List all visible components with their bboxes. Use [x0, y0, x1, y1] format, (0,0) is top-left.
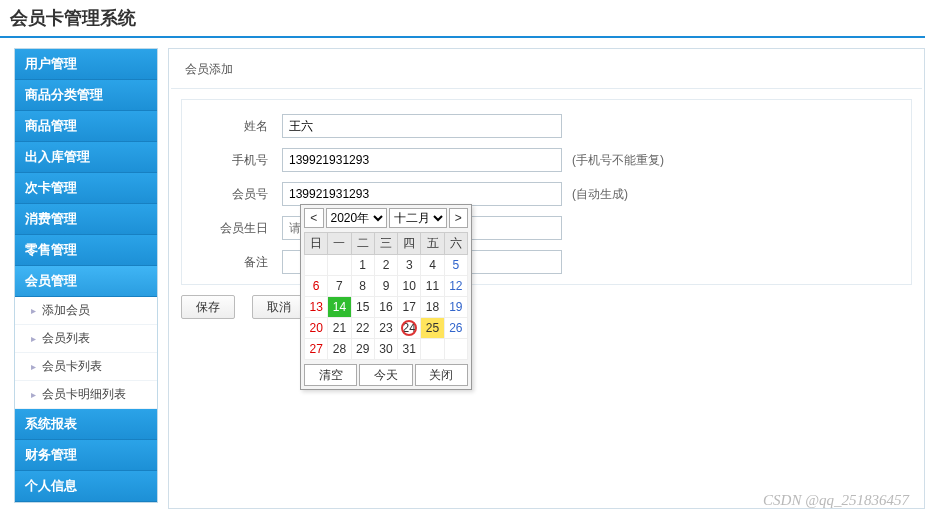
- dp-day-5[interactable]: 5: [444, 255, 467, 276]
- dp-day-empty: [444, 339, 467, 360]
- dp-day-2[interactable]: 2: [374, 255, 397, 276]
- dp-clear-button[interactable]: 清空: [304, 364, 357, 386]
- dp-day-3[interactable]: 3: [398, 255, 421, 276]
- dp-today-button[interactable]: 今天: [359, 364, 412, 386]
- dp-prev-button[interactable]: <: [304, 208, 324, 228]
- sidebar-item-9[interactable]: 财务管理: [15, 440, 157, 471]
- dp-day-empty: [305, 255, 328, 276]
- dp-day-29[interactable]: 29: [351, 339, 374, 360]
- dp-day-27[interactable]: 27: [305, 339, 328, 360]
- dp-dow-5: 五: [421, 233, 444, 255]
- app-title: 会员卡管理系统: [10, 6, 915, 30]
- label-remark: 备注: [192, 254, 282, 271]
- dp-day-7[interactable]: 7: [328, 276, 351, 297]
- panel-title: 会员添加: [171, 51, 922, 89]
- sidebar-subitem-7-2[interactable]: 会员卡列表: [15, 353, 157, 381]
- dp-next-button[interactable]: >: [449, 208, 469, 228]
- dp-dow-6: 六: [444, 233, 467, 255]
- sidebar: 用户管理商品分类管理商品管理出入库管理次卡管理消费管理零售管理会员管理添加会员会…: [14, 48, 158, 509]
- hint-phone: (手机号不能重复): [572, 152, 664, 169]
- dp-day-15[interactable]: 15: [351, 297, 374, 318]
- input-member-no[interactable]: [282, 182, 562, 206]
- dp-day-28[interactable]: 28: [328, 339, 351, 360]
- label-name: 姓名: [192, 118, 282, 135]
- dp-day-12[interactable]: 12: [444, 276, 467, 297]
- dp-day-16[interactable]: 16: [374, 297, 397, 318]
- dp-day-21[interactable]: 21: [328, 318, 351, 339]
- dp-day-22[interactable]: 22: [351, 318, 374, 339]
- dp-day-25[interactable]: 25: [421, 318, 444, 339]
- sidebar-item-4[interactable]: 次卡管理: [15, 173, 157, 204]
- sidebar-item-3[interactable]: 出入库管理: [15, 142, 157, 173]
- dp-day-13[interactable]: 13: [305, 297, 328, 318]
- dp-day-19[interactable]: 19: [444, 297, 467, 318]
- member-form: 姓名 手机号 (手机号不能重复) 会员号 (自动生成) 会员生日 备注: [181, 99, 912, 285]
- label-phone: 手机号: [192, 152, 282, 169]
- dp-month-select[interactable]: 十二月: [389, 208, 447, 228]
- date-picker: < 2020年 十二月 > 日一二三四五六 123456789101112131…: [300, 204, 472, 390]
- dp-day-4[interactable]: 4: [421, 255, 444, 276]
- dp-day-14[interactable]: 14: [328, 297, 351, 318]
- dp-day-1[interactable]: 1: [351, 255, 374, 276]
- main-panel: 会员添加 姓名 手机号 (手机号不能重复) 会员号 (自动生成) 会员生日 备: [168, 48, 925, 509]
- dp-dow-2: 二: [351, 233, 374, 255]
- dp-day-26[interactable]: 26: [444, 318, 467, 339]
- dp-dow-0: 日: [305, 233, 328, 255]
- dp-day-6[interactable]: 6: [305, 276, 328, 297]
- sidebar-item-0[interactable]: 用户管理: [15, 49, 157, 80]
- cancel-button[interactable]: 取消: [252, 295, 306, 319]
- input-name[interactable]: [282, 114, 562, 138]
- sidebar-item-5[interactable]: 消费管理: [15, 204, 157, 235]
- sidebar-subitem-7-0[interactable]: 添加会员: [15, 297, 157, 325]
- sidebar-item-10[interactable]: 个人信息: [15, 471, 157, 502]
- dp-day-empty: [421, 339, 444, 360]
- sidebar-subitem-7-1[interactable]: 会员列表: [15, 325, 157, 353]
- dp-day-18[interactable]: 18: [421, 297, 444, 318]
- input-phone[interactable]: [282, 148, 562, 172]
- label-member-no: 会员号: [192, 186, 282, 203]
- dp-day-23[interactable]: 23: [374, 318, 397, 339]
- dp-dow-3: 三: [374, 233, 397, 255]
- dp-day-9[interactable]: 9: [374, 276, 397, 297]
- save-button[interactable]: 保存: [181, 295, 235, 319]
- app-header: 会员卡管理系统: [0, 0, 925, 38]
- dp-day-empty: [328, 255, 351, 276]
- sidebar-item-8[interactable]: 系统报表: [15, 409, 157, 440]
- sidebar-item-7[interactable]: 会员管理: [15, 266, 157, 297]
- dp-year-select[interactable]: 2020年: [326, 208, 387, 228]
- dp-day-24[interactable]: 24: [398, 318, 421, 339]
- dp-calendar: 日一二三四五六 12345678910111213141516171819202…: [304, 232, 468, 360]
- label-birthday: 会员生日: [192, 220, 282, 237]
- sidebar-item-2[interactable]: 商品管理: [15, 111, 157, 142]
- dp-day-10[interactable]: 10: [398, 276, 421, 297]
- dp-day-31[interactable]: 31: [398, 339, 421, 360]
- dp-day-17[interactable]: 17: [398, 297, 421, 318]
- dp-day-8[interactable]: 8: [351, 276, 374, 297]
- dp-day-20[interactable]: 20: [305, 318, 328, 339]
- dp-close-button[interactable]: 关闭: [415, 364, 468, 386]
- sidebar-subitem-7-3[interactable]: 会员卡明细列表: [15, 381, 157, 409]
- dp-dow-4: 四: [398, 233, 421, 255]
- dp-day-30[interactable]: 30: [374, 339, 397, 360]
- sidebar-item-6[interactable]: 零售管理: [15, 235, 157, 266]
- dp-dow-1: 一: [328, 233, 351, 255]
- dp-day-11[interactable]: 11: [421, 276, 444, 297]
- hint-member-no: (自动生成): [572, 186, 628, 203]
- sidebar-item-1[interactable]: 商品分类管理: [15, 80, 157, 111]
